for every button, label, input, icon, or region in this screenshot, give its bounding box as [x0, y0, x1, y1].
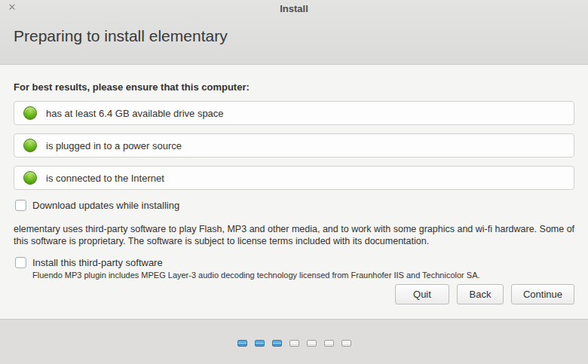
checklist-item-label: has at least 6.4 GB available drive spac…	[46, 108, 224, 119]
checklist-intro-text: For best results, please ensure that thi…	[14, 81, 574, 93]
install-third-party-option[interactable]: Install this third-party software	[15, 257, 574, 268]
fluendo-note: Fluendo MP3 plugin includes MPEG Layer-3…	[32, 271, 574, 280]
checklist-row-drive-space: has at least 6.4 GB available drive spac…	[14, 101, 574, 125]
checklist-row-power-source: is plugged in to a power source	[14, 133, 574, 158]
dialog-buttons: Quit Back Continue	[395, 284, 574, 304]
progress-step-icon	[307, 340, 317, 347]
window-title: Install	[0, 0, 588, 14]
status-ok-icon	[23, 139, 37, 152]
back-button[interactable]: Back	[457, 284, 504, 304]
progress-step-done-icon	[255, 340, 265, 347]
download-updates-checkbox[interactable]	[15, 200, 26, 211]
download-updates-label[interactable]: Download updates while installing	[32, 200, 179, 211]
continue-button[interactable]: Continue	[511, 284, 574, 304]
install-third-party-label[interactable]: Install this third-party software	[32, 257, 163, 268]
third-party-description: elementary uses third-party software to …	[14, 223, 576, 247]
install-page-content: For best results, please ensure that thi…	[0, 66, 588, 319]
progress-step-done-icon	[237, 340, 247, 347]
quit-button[interactable]: Quit	[395, 284, 449, 304]
window-titlebar: ✕ Install Preparing to install elementar…	[0, 0, 588, 65]
progress-step-done-icon	[272, 340, 282, 347]
download-updates-option[interactable]: Download updates while installing	[15, 200, 574, 211]
status-ok-icon	[23, 106, 37, 120]
close-icon[interactable]: ✕	[6, 2, 18, 14]
checklist-item-label: is connected to the Internet	[46, 173, 164, 184]
checklist-row-internet: is connected to the Internet	[14, 166, 574, 190]
progress-step-icon	[341, 340, 351, 347]
install-third-party-checkbox[interactable]	[15, 257, 26, 268]
status-ok-icon	[23, 171, 37, 185]
page-title: Preparing to install elementary	[14, 27, 228, 45]
progress-dots	[237, 340, 351, 347]
progress-step-icon	[324, 340, 334, 347]
progress-step-icon	[289, 340, 299, 347]
checklist-item-label: is plugged in to a power source	[46, 140, 182, 151]
progress-footer	[0, 319, 588, 364]
